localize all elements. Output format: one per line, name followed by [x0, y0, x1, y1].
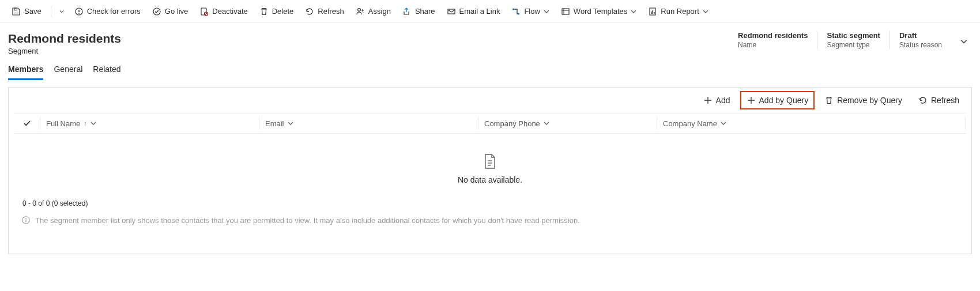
header-field-name[interactable]: Redmond residents Name: [729, 31, 817, 49]
chevron-down-icon: [703, 9, 708, 14]
trash-icon: [824, 96, 834, 105]
save-icon: [12, 7, 21, 16]
plus-icon: [703, 96, 713, 105]
chevron-down-icon: [91, 120, 96, 126]
add-label: Add: [716, 96, 730, 105]
remove-by-query-button[interactable]: Remove by Query: [818, 91, 909, 109]
subgrid-refresh-label: Refresh: [931, 96, 959, 105]
page-subtitle: Segment: [8, 47, 121, 55]
refresh-icon: [918, 96, 928, 105]
column-label: Company Name: [663, 119, 717, 128]
save-dropdown[interactable]: [56, 2, 67, 21]
svg-rect-10: [448, 9, 455, 14]
svg-point-11: [512, 8, 514, 10]
select-all-checkbox[interactable]: [14, 119, 40, 127]
deactivate-icon: [199, 7, 209, 16]
header-field-value: Draft: [899, 31, 942, 40]
svg-rect-17: [651, 12, 652, 14]
go-live-label: Go live: [165, 7, 188, 16]
column-label: Email: [265, 119, 284, 128]
chevron-down-icon: [544, 9, 549, 14]
tab-general[interactable]: General: [54, 61, 82, 80]
grid-header-row: Full Name ↑ Email Company Phone Company …: [14, 113, 966, 134]
chevron-down-icon: [544, 120, 549, 126]
column-label: Full Name: [46, 119, 80, 128]
email-link-button[interactable]: Email a Link: [442, 2, 505, 21]
refresh-icon: [305, 7, 314, 16]
subgrid-refresh-button[interactable]: Refresh: [912, 91, 966, 109]
divider: [51, 6, 51, 17]
go-live-button[interactable]: Go live: [148, 2, 193, 21]
assign-icon: [356, 7, 365, 16]
refresh-label: Refresh: [318, 7, 344, 16]
deactivate-button[interactable]: Deactivate: [195, 2, 252, 21]
empty-message: No data available.: [458, 175, 522, 184]
assign-label: Assign: [368, 7, 391, 16]
trash-icon: [259, 7, 269, 16]
tab-bar: Members General Related: [0, 59, 980, 80]
plus-icon: [747, 96, 756, 105]
page-header: Redmond residents Segment Redmond reside…: [0, 23, 980, 59]
svg-point-4: [78, 13, 80, 14]
word-icon: [561, 7, 570, 16]
chevron-down-icon: [631, 9, 636, 14]
tab-related[interactable]: Related: [93, 61, 120, 80]
delete-button[interactable]: Delete: [255, 2, 299, 21]
column-company-phone[interactable]: Company Phone: [478, 117, 657, 130]
email-link-label: Email a Link: [459, 7, 500, 16]
save-label: Save: [24, 7, 42, 16]
info-note: The segment member list only shows those…: [9, 211, 971, 227]
header-expand-button[interactable]: [956, 33, 972, 50]
header-field-value: Static segment: [827, 31, 880, 40]
check-errors-button[interactable]: Check for errors: [70, 2, 145, 21]
assign-button[interactable]: Assign: [351, 2, 395, 21]
header-field-status[interactable]: Draft Status reason: [889, 31, 951, 49]
svg-rect-13: [562, 9, 569, 14]
header-field-label: Segment type: [827, 41, 880, 49]
save-button[interactable]: Save: [7, 2, 46, 21]
info-icon: [74, 7, 84, 16]
share-button[interactable]: Share: [398, 2, 440, 21]
run-report-button[interactable]: Run Report: [643, 2, 713, 21]
report-icon: [648, 7, 657, 16]
share-label: Share: [415, 7, 435, 16]
run-report-label: Run Report: [661, 7, 699, 16]
word-templates-label: Word Templates: [574, 7, 627, 16]
subgrid-command-bar: Add Add by Query Remove by Query Refresh: [9, 88, 971, 113]
remove-by-query-label: Remove by Query: [837, 96, 902, 105]
header-fields: Redmond residents Name Static segment Se…: [729, 31, 951, 49]
delete-label: Delete: [272, 7, 294, 16]
mail-icon: [447, 7, 456, 16]
sort-asc-icon: ↑: [84, 120, 87, 127]
column-company-name[interactable]: Company Name: [657, 117, 966, 130]
svg-rect-0: [14, 8, 17, 10]
add-by-query-button[interactable]: Add by Query: [740, 91, 815, 109]
svg-point-9: [357, 8, 360, 11]
tab-members[interactable]: Members: [8, 61, 43, 80]
info-note-text: The segment member list only shows those…: [35, 216, 580, 225]
deactivate-label: Deactivate: [212, 7, 247, 16]
checkmark-icon: [23, 119, 31, 127]
flow-button[interactable]: Flow: [507, 2, 553, 21]
page-title: Redmond residents: [8, 31, 121, 46]
refresh-button[interactable]: Refresh: [300, 2, 349, 21]
svg-rect-19: [654, 12, 655, 14]
column-email[interactable]: Email: [259, 117, 478, 130]
column-full-name[interactable]: Full Name ↑: [40, 117, 259, 130]
flow-icon: [511, 7, 521, 16]
check-errors-label: Check for errors: [87, 7, 141, 16]
chevron-down-icon: [960, 38, 967, 45]
word-templates-button[interactable]: Word Templates: [556, 2, 641, 21]
add-button[interactable]: Add: [697, 91, 737, 109]
svg-point-5: [153, 8, 160, 15]
chevron-down-icon: [288, 120, 293, 126]
flow-label: Flow: [524, 7, 540, 16]
share-icon: [402, 7, 412, 16]
header-field-value: Redmond residents: [738, 31, 808, 40]
svg-rect-1: [14, 12, 18, 14]
pager-status: 0 - 0 of 0 (0 selected): [9, 194, 971, 211]
members-panel: Add Add by Query Remove by Query Refresh: [8, 87, 972, 254]
header-field-label: Name: [738, 41, 808, 49]
header-field-segment-type[interactable]: Static segment Segment type: [817, 31, 889, 49]
chevron-down-icon: [59, 9, 64, 14]
